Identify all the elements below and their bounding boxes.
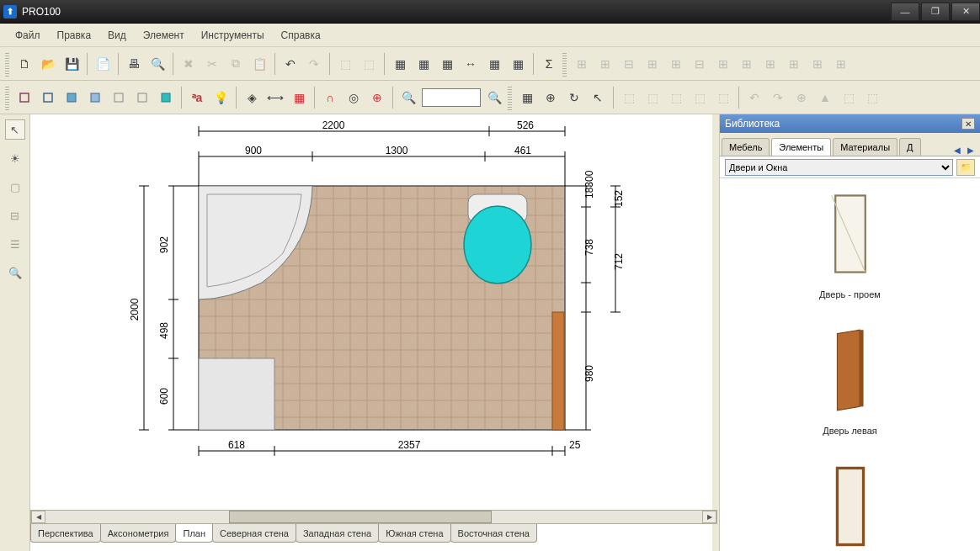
dim-tool-7[interactable]: ⊞ (713, 54, 733, 74)
grid-tool[interactable]: ▦ (289, 87, 309, 108)
dim-tool-4[interactable]: ⊞ (642, 54, 663, 74)
view-mode-6[interactable]: ▦ (508, 54, 528, 74)
delete-button[interactable]: ✖ (178, 54, 199, 74)
menu-Элемент[interactable]: Элемент (135, 26, 193, 45)
snap-3[interactable]: ⊕ (367, 87, 387, 108)
ungroup-button[interactable]: ⬚ (359, 54, 379, 74)
library-tab-3[interactable]: Д (899, 138, 920, 156)
align-1[interactable]: ⬚ (619, 87, 639, 108)
library-item-0[interactable]: Дверь - проем (725, 183, 975, 299)
mirror-1[interactable]: ▲ (815, 87, 835, 108)
library-up-button[interactable]: 📁 (956, 159, 975, 176)
plan-canvas[interactable]: 2200 526 900 1300 461 2000 902 498 600 (30, 114, 712, 551)
scroll-thumb[interactable] (229, 511, 492, 523)
print-button[interactable]: 🖶 (124, 54, 144, 74)
zoom-in[interactable]: 🔍 (398, 87, 418, 108)
dim-tool-2[interactable]: ⊞ (595, 54, 615, 74)
copy-button[interactable]: ⧉ (226, 54, 246, 74)
rot-3[interactable]: ⊕ (791, 87, 812, 108)
view-mode-1[interactable]: ▦ (390, 54, 410, 74)
box-tool[interactable]: ▢ (5, 177, 25, 197)
menu-Вид[interactable]: Вид (99, 26, 135, 45)
new-file-button[interactable]: 🗋 (14, 54, 35, 74)
toolbar-grip[interactable] (5, 51, 9, 77)
toolbar-grip[interactable] (508, 85, 512, 110)
preview-button[interactable]: 🔍 (147, 54, 168, 74)
measure-tool[interactable]: ⟷ (265, 87, 285, 108)
light-tool[interactable]: 💡 (210, 87, 231, 108)
mirror-3[interactable]: ⬚ (862, 87, 882, 108)
menu-Справка[interactable]: Справка (273, 26, 329, 45)
dim-tool-9[interactable]: ⊞ (760, 54, 780, 74)
close-button[interactable]: ✕ (951, 3, 980, 21)
grid-left-tool[interactable]: ☰ (5, 234, 25, 254)
align-2[interactable]: ⬚ (642, 87, 663, 108)
menu-Файл[interactable]: Файл (7, 26, 49, 45)
library-tab-2[interactable]: Материалы (833, 138, 897, 156)
align-tool[interactable]: ⊟ (5, 205, 25, 225)
redo-button[interactable]: ↷ (304, 54, 324, 74)
zoom-left-tool[interactable]: 🔍 (5, 262, 25, 283)
canvas-h-scrollbar[interactable]: ◀ ▶ (30, 510, 717, 524)
dim-tool-11[interactable]: ⊞ (807, 54, 828, 74)
dim-tool-6[interactable]: ⊟ (690, 54, 710, 74)
lib-tab-prev[interactable]: ◀ (951, 144, 963, 156)
library-tab-0[interactable]: Мебель (722, 138, 770, 156)
library-close-button[interactable]: ✕ (961, 118, 975, 130)
view-tab-0[interactable]: Перспектива (30, 524, 101, 543)
cube-4[interactable] (85, 87, 105, 108)
toolbar-grip[interactable] (562, 51, 567, 77)
minimize-button[interactable]: — (891, 3, 919, 21)
scroll-left-button[interactable]: ◀ (31, 511, 45, 523)
paste-button[interactable]: 📋 (249, 54, 269, 74)
open-file-button[interactable]: 📂 (38, 54, 58, 74)
door-object[interactable] (552, 312, 564, 430)
cube-3[interactable] (61, 87, 82, 108)
view-tab-5[interactable]: Южная стена (378, 524, 450, 543)
dim-tool-12[interactable]: ⊞ (831, 54, 851, 74)
camera-tool[interactable]: ☀ (5, 148, 25, 168)
dim-tool-8[interactable]: ⊞ (737, 54, 757, 74)
group-button[interactable]: ⬚ (335, 54, 355, 74)
save-file-button[interactable]: 💾 (61, 54, 82, 74)
dim-tool-5[interactable]: ⊞ (666, 54, 686, 74)
toilet-object[interactable] (464, 194, 531, 283)
library-item-list[interactable]: Дверь - проемДверь левая (720, 178, 980, 551)
pointer-tool[interactable]: ↖ (588, 87, 608, 108)
align-5[interactable]: ⬚ (713, 87, 733, 108)
maximize-button[interactable]: ❐ (921, 3, 950, 21)
cut-button[interactable]: ✂ (202, 54, 222, 74)
view-tab-3[interactable]: Северная стена (212, 524, 296, 543)
cube-5[interactable] (109, 87, 129, 108)
snap-magnet[interactable]: ∩ (320, 87, 340, 108)
menu-Правка[interactable]: Правка (49, 26, 100, 45)
view-tab-4[interactable]: Западная стена (296, 524, 379, 543)
cube-7[interactable] (156, 87, 176, 108)
view-mode-5[interactable]: ▦ (484, 54, 504, 74)
view-tab-1[interactable]: Аксонометрия (100, 524, 177, 543)
box-object[interactable] (199, 358, 274, 430)
library-item-1[interactable]: Дверь левая (725, 320, 975, 436)
view-mode-2[interactable]: ▦ (413, 54, 434, 74)
library-item-2[interactable] (725, 456, 975, 551)
cursor-tool[interactable]: ↖ (5, 119, 25, 140)
menu-Инструменты[interactable]: Инструменты (193, 26, 273, 45)
cube-2[interactable] (38, 87, 58, 108)
dim-tool-1[interactable]: ⊞ (572, 54, 592, 74)
align-3[interactable]: ⬚ (666, 87, 686, 108)
rotate-tool[interactable]: ↻ (564, 87, 584, 108)
sum-button[interactable]: Σ (539, 54, 559, 74)
import-button[interactable]: 📄 (93, 54, 113, 74)
library-tab-1[interactable]: Элементы (771, 138, 831, 156)
mirror-2[interactable]: ⬚ (839, 87, 859, 108)
library-split-grip[interactable] (712, 114, 719, 551)
library-header[interactable]: Библиотека ✕ (720, 114, 980, 133)
dim-tool-10[interactable]: ⊞ (784, 54, 804, 74)
lib-tab-next[interactable]: ▶ (965, 144, 977, 156)
cube-6[interactable] (132, 87, 152, 108)
align-4[interactable]: ⬚ (690, 87, 710, 108)
view-tab-6[interactable]: Восточная стена (450, 524, 537, 543)
library-folder-select[interactable]: Двери и Окна (725, 159, 953, 176)
dim-tool-3[interactable]: ⊟ (619, 54, 639, 74)
rot-2[interactable]: ↷ (768, 87, 788, 108)
